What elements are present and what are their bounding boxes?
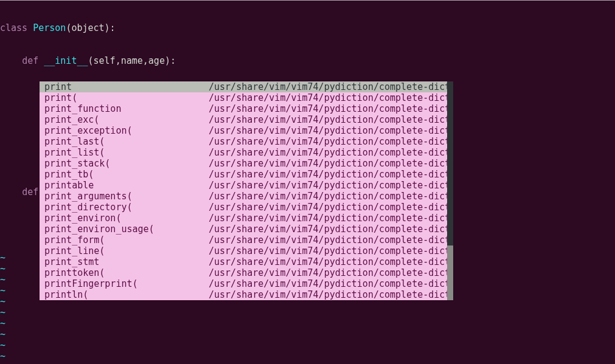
completion-item[interactable]: print_list(/usr/share/vim/vim74/pydictio… <box>40 147 453 158</box>
completion-source: /usr/share/vim/vim74/pydiction/complete-… <box>209 224 453 235</box>
empty-line-marker: ~ <box>0 329 615 340</box>
space <box>38 55 44 66</box>
completion-word: printtoken( <box>44 267 209 278</box>
empty-line-marker: ~ <box>0 362 615 364</box>
completion-item[interactable]: print_exc(/usr/share/vim/vim74/pydiction… <box>40 114 453 125</box>
completion-word: print_exception( <box>44 125 209 136</box>
completion-item[interactable]: printable/usr/share/vim/vim74/pydiction/… <box>40 180 453 191</box>
completion-item[interactable]: print/usr/share/vim/vim74/pydiction/comp… <box>40 81 453 92</box>
method-args: (self,name,age): <box>88 55 176 66</box>
completion-source: /usr/share/vim/vim74/pydiction/complete-… <box>209 147 453 158</box>
completion-word: print_form( <box>44 235 209 246</box>
completion-source: /usr/share/vim/vim74/pydiction/complete-… <box>209 267 453 278</box>
completion-word: print_stack( <box>44 158 209 169</box>
indent <box>0 219 44 230</box>
completion-word: print_line( <box>44 246 209 256</box>
completion-item[interactable]: print_stmt/usr/share/vim/vim74/pydiction… <box>40 256 453 267</box>
completion-item[interactable]: print(/usr/share/vim/vim74/pydiction/com… <box>40 92 453 103</box>
indent <box>0 55 22 66</box>
completion-item[interactable]: print_function/usr/share/vim/vim74/pydic… <box>40 103 453 114</box>
completion-source: /usr/share/vim/vim74/pydiction/complete-… <box>209 191 453 202</box>
completion-source: /usr/share/vim/vim74/pydiction/complete-… <box>209 213 453 224</box>
empty-line-marker: ~ <box>0 318 615 329</box>
keyword-def: def <box>22 55 38 66</box>
empty-line-marker: ~ <box>0 351 615 362</box>
completion-word: print_list( <box>44 147 209 158</box>
completion-word: print_directory( <box>44 202 209 213</box>
completion-word: print_function <box>44 103 209 114</box>
completion-word: print_environ( <box>44 213 209 224</box>
completion-item[interactable]: printFingerprint(/usr/share/vim/vim74/py… <box>40 278 453 289</box>
completion-source: /usr/share/vim/vim74/pydiction/complete-… <box>209 235 453 246</box>
completion-word: printFingerprint( <box>44 278 209 289</box>
completion-item[interactable]: print_line(/usr/share/vim/vim74/pydictio… <box>40 246 453 256</box>
completion-word: print_arguments( <box>44 191 209 202</box>
completion-word: print( <box>44 92 209 103</box>
completion-item[interactable]: print_environ(/usr/share/vim/vim74/pydic… <box>40 213 453 224</box>
completion-item[interactable]: print_stack(/usr/share/vim/vim74/pydicti… <box>40 158 453 169</box>
completion-source: /usr/share/vim/vim74/pydiction/complete-… <box>209 169 453 180</box>
scrollbar-thumb[interactable] <box>447 81 453 246</box>
completion-source: /usr/share/vim/vim74/pydiction/complete-… <box>209 158 453 169</box>
completion-source: /usr/share/vim/vim74/pydiction/complete-… <box>209 81 453 92</box>
indent <box>0 187 22 197</box>
completion-source: /usr/share/vim/vim74/pydiction/complete-… <box>209 256 453 267</box>
completion-item[interactable]: print_exception(/usr/share/vim/vim74/pyd… <box>40 125 453 136</box>
completion-item[interactable]: printtoken(/usr/share/vim/vim74/pydictio… <box>40 267 453 278</box>
completion-word: print_tb( <box>44 169 209 180</box>
completion-popup[interactable]: print/usr/share/vim/vim74/pydiction/comp… <box>40 81 453 300</box>
completion-item[interactable]: print_form(/usr/share/vim/vim74/pydictio… <box>40 235 453 246</box>
completion-source: /usr/share/vim/vim74/pydiction/complete-… <box>209 125 453 136</box>
completion-word: print_stmt <box>44 256 209 267</box>
class-name: Person <box>33 22 66 33</box>
completion-word: printable <box>44 180 209 191</box>
completion-item[interactable]: println(/usr/share/vim/vim74/pydiction/c… <box>40 289 453 300</box>
completion-word: print_last( <box>44 136 209 147</box>
completion-source: /usr/share/vim/vim74/pydiction/complete-… <box>209 289 453 300</box>
completion-word: print_environ_usage( <box>44 224 209 235</box>
completion-source: /usr/share/vim/vim74/pydiction/complete-… <box>209 202 453 213</box>
completion-source: /usr/share/vim/vim74/pydiction/complete-… <box>209 136 453 147</box>
completion-item[interactable]: print_last(/usr/share/vim/vim74/pydictio… <box>40 136 453 147</box>
completion-source: /usr/share/vim/vim74/pydiction/complete-… <box>209 246 453 256</box>
method-name: __init__ <box>44 55 88 66</box>
completion-source: /usr/share/vim/vim74/pydiction/complete-… <box>209 114 453 125</box>
code-line: def __init__(self,name,age): <box>0 55 615 66</box>
completion-item[interactable]: print_tb(/usr/share/vim/vim74/pydiction/… <box>40 169 453 180</box>
keyword-def: def <box>22 187 38 197</box>
code-line: class Person(object): <box>0 22 615 33</box>
space <box>27 22 33 33</box>
completion-source: /usr/share/vim/vim74/pydiction/complete-… <box>209 278 453 289</box>
completion-item[interactable]: print_directory(/usr/share/vim/vim74/pyd… <box>40 202 453 213</box>
empty-line-marker: ~ <box>0 340 615 351</box>
completion-word: print <box>44 81 209 92</box>
class-args: (object): <box>66 22 115 33</box>
completion-word: print_exc( <box>44 114 209 125</box>
completion-source: /usr/share/vim/vim74/pydiction/complete-… <box>209 180 453 191</box>
completion-source: /usr/share/vim/vim74/pydiction/complete-… <box>209 103 453 114</box>
scrollbar-track[interactable] <box>447 81 453 300</box>
completion-list[interactable]: print/usr/share/vim/vim74/pydiction/comp… <box>40 81 453 300</box>
completion-word: println( <box>44 289 209 300</box>
completion-item[interactable]: print_environ_usage(/usr/share/vim/vim74… <box>40 224 453 235</box>
keyword-class: class <box>0 22 27 33</box>
completion-source: /usr/share/vim/vim74/pydiction/complete-… <box>209 92 453 103</box>
completion-item[interactable]: print_arguments(/usr/share/vim/vim74/pyd… <box>40 191 453 202</box>
empty-line-marker: ~ <box>0 307 615 318</box>
